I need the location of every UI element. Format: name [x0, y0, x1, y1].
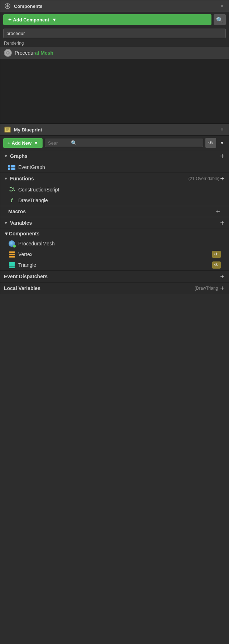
procedural-mesh-icon	[4, 49, 12, 57]
procedural-mesh-result-text: Procedural Mesh	[15, 50, 53, 56]
svg-point-1	[6, 5, 9, 7]
result-text-highlight: al Mesh	[35, 50, 53, 56]
macros-add-button[interactable]: +	[215, 208, 221, 215]
components-toolbar: + Add Component ▼ 🔍	[0, 12, 229, 27]
blueprint-search-icon: 🔍	[71, 140, 77, 146]
blueprint-search-input[interactable]	[48, 140, 69, 146]
graphs-arrow: ▼	[4, 154, 8, 158]
draw-triangle-icon: f	[8, 197, 15, 204]
procedural-mesh-var-label: ProceduralMesh	[18, 241, 221, 246]
components-sub-title: Components	[9, 231, 225, 236]
components-sub-section[interactable]: ▼ Components	[0, 229, 229, 238]
event-dispatchers-add-button[interactable]: +	[219, 273, 225, 280]
add-component-dropdown-arrow: ▼	[52, 17, 57, 23]
add-new-label: Add New	[12, 140, 32, 146]
blueprint-panel-title: My Blueprint	[14, 127, 216, 133]
components-search-input[interactable]	[3, 29, 226, 38]
local-variables-section[interactable]: Local Variables (DrawTriang +	[0, 282, 229, 294]
event-graph-icon	[8, 164, 15, 171]
blueprint-panel-close[interactable]: ×	[219, 126, 225, 133]
functions-arrow: ▼	[4, 176, 8, 181]
functions-section-title: Functions	[10, 176, 186, 181]
macros-label: Macros	[8, 209, 215, 214]
construction-script-icon	[8, 186, 15, 193]
components-panel-title: Components	[14, 4, 216, 9]
graphs-section-title: Graphs	[10, 153, 219, 159]
components-panel-header: Components ×	[0, 0, 229, 12]
procedural-mesh-var-icon	[8, 240, 15, 247]
components-spacer	[0, 59, 229, 123]
blueprint-icon	[4, 126, 11, 133]
components-panel: Components × + Add Component ▼ 🔍 Renderi…	[0, 0, 229, 124]
add-new-dropdown-arrow: ▼	[34, 140, 38, 146]
triangle-icon	[8, 261, 15, 269]
event-dispatchers-section[interactable]: Event Dispatchers +	[0, 270, 229, 282]
variables-section-title: Variables	[10, 220, 219, 226]
macros-section[interactable]: Macros +	[0, 206, 229, 217]
add-component-label: Add Component	[13, 17, 49, 23]
event-graph-item[interactable]: EventGraph	[0, 162, 229, 173]
construction-script-label: ConstructionScript	[18, 187, 221, 193]
add-component-plus: +	[8, 16, 11, 23]
functions-section-header[interactable]: ▼ Functions (21 Overridable) +	[0, 173, 229, 184]
graphs-section-header[interactable]: ▼ Graphs +	[0, 150, 229, 162]
triangle-eye-badge[interactable]: 👁	[212, 261, 221, 269]
components-search-row	[0, 27, 229, 40]
my-blueprint-panel: My Blueprint × + Add New ▼ 🔍 👁 ▼ ▼ Graph…	[0, 124, 229, 294]
blueprint-dropdown-button[interactable]: ▼	[218, 140, 226, 146]
local-variables-sub: (DrawTriang	[195, 286, 218, 291]
vertex-eye-icon: 👁	[214, 251, 219, 257]
variables-arrow: ▼	[4, 221, 8, 225]
vertex-icon	[8, 251, 15, 258]
triangle-eye-icon: 👁	[214, 262, 219, 268]
blueprint-toolbar: + Add New ▼ 🔍 👁 ▼	[0, 136, 229, 150]
search-icon: 🔍	[216, 16, 223, 23]
graphs-add-button[interactable]: +	[219, 153, 225, 160]
components-category-label: Rendering	[0, 40, 229, 47]
variables-section-header[interactable]: ▼ Variables +	[0, 217, 229, 229]
add-new-button[interactable]: + Add New ▼	[3, 138, 43, 148]
triangle-item[interactable]: Triangle 👁	[0, 260, 229, 270]
result-text-before: Procedur	[15, 50, 35, 56]
components-icon	[4, 3, 11, 10]
local-variables-label: Local Variables	[4, 285, 195, 291]
variables-add-button[interactable]: +	[219, 219, 225, 226]
svg-point-8	[7, 52, 9, 54]
triangle-label: Triangle	[18, 262, 209, 268]
draw-triangle-item[interactable]: f DrawTriangle	[0, 195, 229, 206]
local-variables-add-button[interactable]: +	[219, 285, 225, 292]
add-component-button[interactable]: + Add Component ▼	[3, 14, 211, 25]
functions-sub-label: (21 Overridable)	[189, 176, 220, 181]
procedural-mesh-item[interactable]: ProceduralMesh	[0, 238, 229, 249]
components-panel-close[interactable]: ×	[219, 3, 225, 9]
add-new-plus: +	[8, 140, 10, 146]
eye-icon: 👁	[208, 140, 214, 146]
event-graph-label: EventGraph	[18, 164, 221, 170]
components-search-button[interactable]: 🔍	[214, 14, 226, 25]
procedural-mesh-result[interactable]: Procedural Mesh	[0, 47, 229, 59]
draw-triangle-label: DrawTriangle	[18, 198, 221, 203]
vertex-item[interactable]: Vertex 👁	[0, 249, 229, 260]
functions-add-button[interactable]: +	[219, 175, 225, 182]
blueprint-panel-header: My Blueprint ×	[0, 124, 229, 136]
blueprint-search-box[interactable]: 🔍	[45, 139, 203, 147]
event-dispatchers-label: Event Dispatchers	[4, 274, 219, 279]
vertex-eye-badge[interactable]: 👁	[212, 251, 221, 258]
vertex-label: Vertex	[18, 251, 209, 257]
construction-script-item[interactable]: ConstructionScript	[0, 184, 229, 195]
blueprint-eye-button[interactable]: 👁	[205, 138, 216, 148]
components-sub-arrow: ▼	[4, 231, 9, 236]
